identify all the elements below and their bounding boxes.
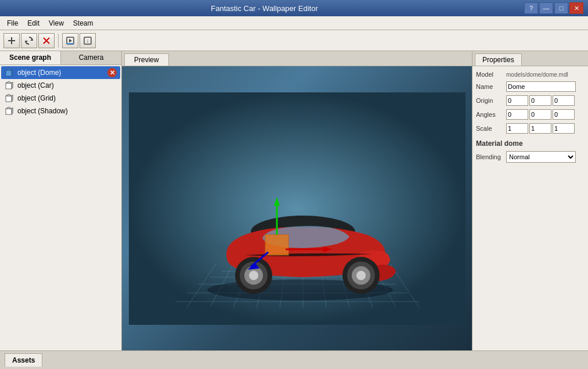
svg-marker-16 bbox=[12, 82, 13, 89]
material-section-title: Material dome bbox=[476, 139, 585, 148]
car-icon bbox=[5, 81, 14, 90]
origin-x-input[interactable] bbox=[506, 95, 528, 106]
blending-select[interactable]: Normal Additive Translucent bbox=[506, 151, 576, 163]
scene-item-dome[interactable]: object (Dome) ✕ bbox=[1, 66, 120, 79]
origin-z-input[interactable] bbox=[553, 95, 575, 106]
scene-item-shadow[interactable]: object (Shadow) bbox=[1, 105, 120, 117]
scale-y-input[interactable] bbox=[529, 123, 551, 134]
svg-rect-11 bbox=[6, 70, 12, 76]
toolbar-separator bbox=[58, 34, 59, 48]
menubar: File Edit View Steam bbox=[0, 16, 588, 30]
assets-bar: Assets bbox=[0, 350, 588, 369]
name-input[interactable] bbox=[506, 81, 576, 92]
blending-label: Blending bbox=[476, 153, 505, 160]
svg-marker-19 bbox=[12, 95, 13, 102]
close-button[interactable]: ✕ bbox=[569, 2, 583, 14]
panel-tabs: Scene graph Camera bbox=[0, 51, 121, 65]
props-content: Model models/dome/dome.mdl Name Origin A… bbox=[472, 66, 588, 350]
props-tab-bar: Properties bbox=[472, 51, 588, 66]
model-value: models/dome/dome.mdl bbox=[506, 71, 568, 78]
center-panel: Preview bbox=[122, 51, 472, 350]
svg-rect-1 bbox=[8, 40, 15, 41]
svg-point-47 bbox=[249, 271, 258, 280]
scene-item-grid[interactable]: object (Grid) bbox=[1, 92, 120, 105]
angles-z-input[interactable] bbox=[553, 109, 575, 120]
origin-row: Origin bbox=[476, 95, 585, 106]
svg-marker-22 bbox=[12, 108, 13, 114]
name-row: Name bbox=[476, 81, 585, 92]
shadow-label: object (Shadow) bbox=[17, 107, 68, 115]
scale-row: Scale bbox=[476, 123, 585, 134]
model-label: Model bbox=[476, 71, 505, 78]
preview-tab-bar: Preview bbox=[122, 51, 472, 66]
dome-icon bbox=[5, 68, 14, 77]
preview-viewport[interactable] bbox=[122, 66, 472, 350]
car-label: object (Car) bbox=[17, 81, 54, 89]
title-text: Fantastic Car - Wallpaper Editor bbox=[5, 4, 524, 13]
angles-label: Angles bbox=[476, 111, 505, 118]
menu-view[interactable]: View bbox=[44, 18, 68, 28]
delete-button[interactable] bbox=[38, 33, 55, 48]
origin-y-input[interactable] bbox=[529, 95, 551, 106]
menu-file[interactable]: File bbox=[2, 18, 23, 28]
car-scene bbox=[122, 66, 472, 350]
svg-rect-17 bbox=[6, 96, 12, 102]
scale-z-input[interactable] bbox=[553, 123, 575, 134]
grid-label: object (Grid) bbox=[17, 94, 56, 102]
name-label: Name bbox=[476, 83, 505, 90]
scene-list: object (Dome) ✕ object (Car) bbox=[0, 65, 121, 350]
grid-icon bbox=[5, 94, 14, 103]
tab-properties[interactable]: Properties bbox=[475, 53, 522, 66]
blending-row: Blending Normal Additive Translucent bbox=[476, 151, 585, 163]
svg-marker-21 bbox=[6, 107, 12, 109]
tab-scene-graph[interactable]: Scene graph bbox=[0, 51, 61, 65]
model-row: Model models/dome/dome.mdl bbox=[476, 71, 585, 78]
car-viewport-svg bbox=[129, 92, 466, 325]
assets-tab[interactable]: Assets bbox=[5, 353, 42, 367]
angles-x-input[interactable] bbox=[506, 109, 528, 120]
import-button[interactable]: ↓ bbox=[80, 33, 96, 48]
left-panel: Scene graph Camera object (Dome) ✕ bbox=[0, 51, 122, 350]
svg-marker-15 bbox=[6, 81, 12, 83]
svg-rect-52 bbox=[265, 235, 288, 255]
refresh-button[interactable] bbox=[21, 33, 37, 48]
menu-steam[interactable]: Steam bbox=[68, 18, 98, 28]
svg-marker-18 bbox=[6, 94, 12, 96]
dome-close[interactable]: ✕ bbox=[107, 68, 117, 77]
dome-label: object (Dome) bbox=[17, 69, 61, 77]
menu-edit[interactable]: Edit bbox=[23, 18, 44, 28]
angles-row: Angles bbox=[476, 109, 585, 120]
scale-x-input[interactable] bbox=[506, 123, 528, 134]
svg-rect-8 bbox=[67, 43, 74, 44]
shadow-icon bbox=[5, 106, 14, 116]
right-panel: Properties Model models/dome/dome.mdl Na… bbox=[472, 51, 588, 350]
titlebar: Fantastic Car - Wallpaper Editor ? — □ ✕ bbox=[0, 0, 588, 16]
tab-preview[interactable]: Preview bbox=[124, 53, 169, 66]
main-area: Scene graph Camera object (Dome) ✕ bbox=[0, 51, 588, 350]
svg-marker-7 bbox=[69, 39, 72, 42]
svg-marker-13 bbox=[12, 69, 13, 76]
svg-rect-14 bbox=[6, 83, 12, 89]
svg-text:↓: ↓ bbox=[86, 38, 89, 44]
toolbar: ↓ bbox=[0, 30, 588, 51]
svg-point-51 bbox=[356, 271, 366, 280]
help-button[interactable]: ? bbox=[524, 2, 538, 14]
scale-label: Scale bbox=[476, 125, 505, 132]
angles-y-input[interactable] bbox=[529, 109, 551, 120]
minimize-button[interactable]: — bbox=[539, 2, 553, 14]
add-button[interactable] bbox=[3, 33, 20, 48]
maximize-button[interactable]: □ bbox=[554, 2, 568, 14]
origin-label: Origin bbox=[476, 97, 505, 104]
svg-rect-20 bbox=[6, 109, 12, 114]
scene-item-car[interactable]: object (Car) bbox=[1, 79, 120, 92]
play-button[interactable] bbox=[62, 33, 78, 48]
svg-marker-12 bbox=[6, 69, 12, 70]
tab-camera[interactable]: Camera bbox=[61, 51, 121, 65]
